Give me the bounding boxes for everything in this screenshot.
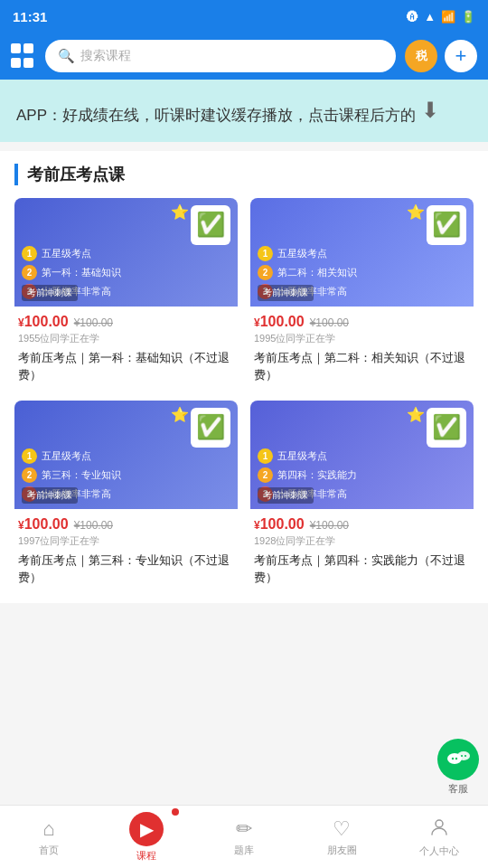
nav-item-home[interactable]: ⌂ 首页	[0, 812, 98, 863]
course-thumb-4: 1 五星级考点 2 第四科：实践能力 3 出题概率非常高 ⭐ ✅	[250, 401, 474, 509]
item-text-1: 五星级考点	[277, 247, 327, 260]
search-icon: 🔍	[58, 48, 75, 64]
course-thumb-3: 1 五星级考点 2 第三科：专业知识 3 出题概率非常高 ⭐ ✅	[14, 401, 238, 509]
course-card-4[interactable]: 1 五星级考点 2 第四科：实践能力 3 出题概率非常高 ⭐ ✅	[250, 401, 474, 590]
star-badge-2: ⭐	[407, 203, 425, 221]
add-button[interactable]: +	[445, 40, 477, 72]
status-bar: 11:31 🅐 ▲ 📶 🔋	[0, 0, 488, 33]
course-card-2[interactable]: 1 五星级考点 2 第二科：相关知识 3 出题概率非常高 ⭐ ✅	[250, 198, 474, 388]
thumb-item: 1 五星级考点	[22, 246, 230, 261]
check-badge-3: ✅	[191, 408, 230, 448]
course-dot	[172, 808, 179, 816]
star-badge-3: ⭐	[171, 406, 189, 423]
course-students-3: 1997位同学正在学	[18, 534, 234, 548]
svg-point-4	[461, 755, 463, 757]
course-grid: 1 五星级考点 2 第一科：基础知识 3 出题概率非常高 ⭐ ✅	[14, 198, 474, 590]
search-bar[interactable]: 🔍 搜索课程	[45, 40, 396, 72]
nav-item-friends[interactable]: ♡ 朋友圈	[293, 812, 390, 863]
tax-badge[interactable]: 税	[405, 40, 437, 72]
nav-item-exercise[interactable]: ✏ 题库	[195, 812, 293, 863]
thumb-item: 2 第一科：基础知识	[22, 265, 230, 280]
course-name-2: 考前压考点｜第二科：相关知识（不过退费）	[254, 349, 470, 384]
course-info-1: ¥100.00 ¥100.00 1955位同学正在学 考前压考点｜第一科：基础知…	[14, 307, 238, 388]
course-active-circle: ▶	[129, 812, 164, 846]
item-text-2: 第三科：专业知识	[42, 468, 121, 482]
price-original-4: ¥100.00	[310, 519, 349, 532]
svg-point-5	[465, 755, 466, 757]
item-num-2: 2	[22, 265, 37, 280]
nav-item-profile[interactable]: 个人中心	[390, 811, 488, 863]
item-num-1: 1	[22, 448, 37, 464]
item-text-1: 五星级考点	[42, 247, 91, 260]
price-current-2: ¥100.00	[254, 314, 305, 330]
course-tag-4: 考前冲刺课	[258, 487, 314, 504]
banner: APP：好成绩在线，听课时建议缓存播放，点击课程后方的 ⬇	[0, 80, 488, 142]
profile-icon	[429, 816, 449, 842]
search-placeholder: 搜索课程	[80, 48, 131, 64]
item-num-2: 2	[258, 265, 273, 280]
svg-point-2	[452, 758, 454, 760]
check-badge-2: ✅	[427, 205, 466, 245]
thumb-item: 1 五星级考点	[22, 448, 230, 464]
nav-label-friends: 朋友圈	[327, 844, 357, 857]
item-num-2: 2	[22, 467, 37, 483]
check-badge-4: ✅	[427, 408, 466, 448]
course-price-4: ¥100.00 ¥100.00	[254, 516, 470, 533]
price-current-4: ¥100.00	[254, 516, 305, 533]
nav-item-course[interactable]: ▶ 课程	[98, 807, 195, 868]
course-price-2: ¥100.00 ¥100.00	[254, 314, 470, 330]
item-text-2: 第二科：相关知识	[277, 266, 357, 279]
thumb-item: 1 五星级考点	[258, 246, 466, 261]
header: 🔍 搜索课程 税 +	[0, 33, 488, 80]
course-thumb-2: 1 五星级考点 2 第二科：相关知识 3 出题概率非常高 ⭐ ✅	[250, 198, 474, 307]
signal-icon: 📶	[441, 10, 455, 24]
course-icon: ▶	[140, 818, 154, 840]
course-card-3[interactable]: 1 五星级考点 2 第三科：专业知识 3 出题概率非常高 ⭐ ✅	[14, 401, 238, 590]
nav-label-profile: 个人中心	[419, 844, 459, 858]
page-content: APP：好成绩在线，听课时建议缓存播放，点击课程后方的 ⬇ 考前压考点课 1 五…	[0, 80, 488, 684]
star-badge-4: ⭐	[407, 406, 425, 423]
price-current-1: ¥100.00	[18, 314, 69, 330]
course-price-3: ¥100.00 ¥100.00	[18, 516, 234, 533]
status-icons: 🅐 ▲ 📶 🔋	[407, 10, 475, 24]
course-card-1[interactable]: 1 五星级考点 2 第一科：基础知识 3 出题概率非常高 ⭐ ✅	[14, 198, 238, 388]
price-original-3: ¥100.00	[74, 519, 113, 532]
thumb-item: 2 第二科：相关知识	[258, 265, 466, 280]
grid-icon[interactable]	[11, 43, 36, 69]
nav-label-exercise: 题库	[234, 844, 254, 857]
course-info-2: ¥100.00 ¥100.00 1995位同学正在学 考前压考点｜第二科：相关知…	[250, 307, 474, 388]
course-info-4: ¥100.00 ¥100.00 1928位同学正在学 考前压考点｜第四科：实践能…	[250, 509, 474, 590]
item-num-1: 1	[258, 246, 273, 261]
friends-icon: ♡	[333, 817, 351, 841]
price-original-2: ¥100.00	[310, 316, 349, 329]
check-badge-1: ✅	[191, 205, 230, 245]
item-num-1: 1	[258, 448, 273, 464]
course-name-1: 考前压考点｜第一科：基础知识（不过退费）	[18, 349, 234, 384]
course-tag-1: 考前冲刺课	[22, 285, 78, 301]
wifi-icon: ▲	[424, 10, 436, 24]
item-text-2: 第四科：实践能力	[277, 468, 357, 482]
customer-service-button[interactable]: 客服	[437, 739, 479, 796]
nav-label-home: 首页	[39, 844, 59, 857]
item-text-1: 五星级考点	[42, 449, 91, 463]
thumb-item: 2 第四科：实践能力	[258, 467, 466, 483]
course-tag-3: 考前冲刺课	[22, 487, 78, 504]
bottom-nav: ⌂ 首页 ▶ 课程 ✏ 题库 ♡ 朋友圈 个人中心	[0, 805, 488, 868]
course-name-4: 考前压考点｜第四科：实践能力（不过退费）	[254, 552, 470, 587]
item-num-1: 1	[22, 246, 37, 261]
price-original-1: ¥100.00	[74, 316, 113, 329]
item-text-2: 第一科：基础知识	[42, 266, 121, 279]
nav-label-course: 课程	[136, 849, 156, 863]
course-students-2: 1995位同学正在学	[254, 332, 470, 345]
course-info-3: ¥100.00 ¥100.00 1997位同学正在学 考前压考点｜第三科：专业知…	[14, 509, 238, 590]
price-current-3: ¥100.00	[18, 516, 69, 533]
home-icon: ⌂	[42, 817, 54, 841]
course-name-3: 考前压考点｜第三科：专业知识（不过退费）	[18, 552, 234, 587]
course-price-1: ¥100.00 ¥100.00	[18, 314, 234, 330]
android-icon: 🅐	[407, 10, 418, 24]
course-students-4: 1928位同学正在学	[254, 534, 470, 548]
item-text-1: 五星级考点	[277, 449, 327, 463]
item-num-2: 2	[258, 467, 273, 483]
course-section: 考前压考点课 1 五星级考点 2 第一科：基础知识	[0, 151, 488, 603]
thumb-item: 1 五星级考点	[258, 448, 466, 464]
